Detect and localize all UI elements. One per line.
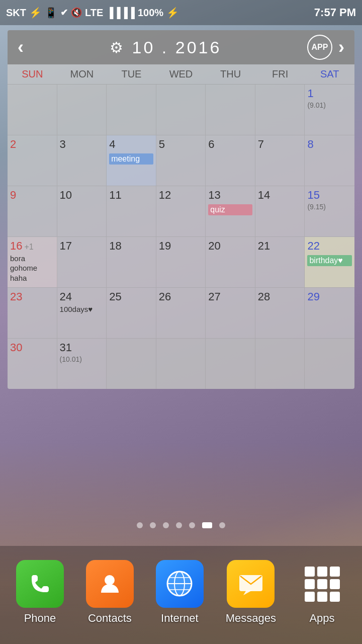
next-month-button[interactable]: › — [338, 38, 344, 56]
more-events-indicator: +1 — [24, 243, 33, 252]
day-number: 27 — [208, 290, 220, 303]
carrier-text: SKT — [6, 7, 26, 19]
day-number: 12 — [159, 189, 171, 201]
dow-tue: TUE — [107, 64, 156, 84]
day-number: 3 — [60, 138, 66, 150]
calendar-day-17[interactable]: 17 — [57, 237, 107, 287]
svg-point-0 — [105, 575, 115, 585]
day-number: 7 — [258, 138, 264, 150]
day-number: 1 — [307, 87, 313, 100]
calendar-day-4[interactable]: 4 meeting — [107, 135, 156, 186]
mute-icon: 🔇 — [71, 7, 82, 18]
dock-item-messages[interactable]: Messages — [226, 560, 276, 625]
day-number: 5 — [159, 138, 165, 150]
page-dot-5 — [189, 522, 195, 528]
calendar-day-15[interactable]: 15 (9.15) — [305, 186, 354, 236]
messages-icon-bg — [227, 560, 275, 608]
day-sub: (9.15) — [307, 203, 352, 211]
phone-icon-bg — [16, 560, 64, 608]
day-number: 17 — [60, 239, 72, 252]
calendar-day-5[interactable]: 5 — [156, 135, 206, 186]
calendar-day-other[interactable] — [305, 339, 354, 389]
app-button[interactable]: APP — [307, 35, 332, 60]
calendar-day-18[interactable]: 18 — [107, 237, 156, 287]
dock-item-contacts[interactable]: Contacts — [86, 560, 134, 625]
calendar-day-19[interactable]: 19 — [156, 237, 206, 287]
calendar-day-12[interactable]: 12 — [156, 186, 206, 236]
calendar-day[interactable] — [107, 85, 156, 135]
calendar-day-23[interactable]: 23 — [8, 288, 57, 338]
dow-mon: MON — [57, 64, 107, 84]
calendar-day-21[interactable]: 21 — [255, 237, 305, 287]
week-5: 23 24 100days♥ 25 26 27 28 29 — [8, 288, 354, 339]
calendar-day-8[interactable]: 8 — [305, 135, 354, 186]
calendar-day[interactable] — [156, 85, 206, 135]
calendar-day-13[interactable]: 13 quiz — [206, 186, 255, 236]
day-number: 15 — [307, 189, 319, 201]
week-6: 30 31 (10.01) — [8, 339, 354, 389]
day-number: 16 — [10, 239, 22, 254]
lte-label: LTE — [85, 7, 103, 19]
calendar-day-7[interactable]: 7 — [255, 135, 305, 186]
day-number: 20 — [208, 239, 220, 252]
sim-icon: 📱 — [45, 7, 57, 19]
calendar-widget: ‹ ⚙ 10 . 2016 APP › SUN MON TUE WED THU … — [8, 30, 354, 389]
day-number: 4 — [109, 138, 115, 150]
calendar-day-other[interactable] — [255, 339, 305, 389]
bluetooth-icon: ✔ — [60, 7, 68, 18]
dock-item-apps[interactable]: Apps — [298, 560, 346, 625]
prev-month-button[interactable]: ‹ — [18, 38, 24, 56]
day-number: 13 — [208, 189, 220, 201]
calendar-day-other[interactable] — [206, 339, 255, 389]
dock-item-internet[interactable]: Internet — [156, 560, 204, 625]
calendar-day[interactable] — [8, 85, 57, 135]
calendar-day-30[interactable]: 30 — [8, 339, 57, 389]
dow-sat: SAT — [305, 64, 354, 84]
settings-icon[interactable]: ⚙ — [110, 39, 123, 56]
calendar-day-27[interactable]: 27 — [206, 288, 255, 338]
calendar-day[interactable] — [255, 85, 305, 135]
event-meeting: meeting — [109, 153, 153, 165]
apps-label: Apps — [309, 612, 334, 625]
calendar-day-20[interactable]: 20 — [206, 237, 255, 287]
day-number: 11 — [109, 189, 121, 201]
apps-icon-bg — [298, 560, 346, 608]
calendar-day-25[interactable]: 25 — [107, 288, 156, 338]
calendar-day-other[interactable] — [156, 339, 206, 389]
dow-fri: FRI — [255, 64, 305, 84]
calendar-day-31[interactable]: 31 (10.01) — [57, 339, 107, 389]
calendar-day[interactable] — [57, 85, 107, 135]
event-birthday: birthday♥ — [307, 255, 352, 266]
dock-item-phone[interactable]: Phone — [16, 560, 64, 625]
calendar-day-10[interactable]: 10 — [57, 186, 107, 236]
calendar-day-other[interactable] — [107, 339, 156, 389]
day-number: 23 — [10, 290, 22, 303]
day-sub: (10.01) — [60, 355, 104, 363]
event-text-bora: bora — [10, 254, 54, 264]
day-number: 26 — [159, 290, 171, 303]
calendar-day-2[interactable]: 2 — [8, 135, 57, 186]
calendar-day-9[interactable]: 9 — [8, 186, 57, 236]
calendar-day-11[interactable]: 11 — [107, 186, 156, 236]
calendar-title: 10 . 2016 — [132, 38, 222, 57]
calendar-day-29[interactable]: 29 — [305, 288, 354, 338]
dow-wed: WED — [156, 64, 206, 84]
phone-svg-icon — [26, 570, 54, 598]
calendar-day-1[interactable]: 1 (9.01) — [305, 85, 354, 135]
calendar-day[interactable] — [206, 85, 255, 135]
page-dot-3 — [163, 522, 169, 528]
calendar-day-16[interactable]: 16 +1 bora gohome haha — [8, 237, 57, 287]
day-number: 2 — [10, 138, 16, 150]
calendar-day-14[interactable]: 14 — [255, 186, 305, 236]
internet-svg-icon — [163, 568, 196, 600]
time-display: 7:57 PM — [314, 6, 356, 19]
day-number: 8 — [307, 138, 313, 150]
calendar-day-22[interactable]: 22 birthday♥ — [305, 237, 354, 287]
calendar-day-24[interactable]: 24 100days♥ — [57, 288, 107, 338]
calendar-day-6[interactable]: 6 — [206, 135, 255, 186]
event-text-gohome: gohome — [10, 263, 54, 273]
calendar-day-3[interactable]: 3 — [57, 135, 107, 186]
day-number: 6 — [208, 138, 214, 150]
calendar-day-26[interactable]: 26 — [156, 288, 206, 338]
calendar-day-28[interactable]: 28 — [255, 288, 305, 338]
